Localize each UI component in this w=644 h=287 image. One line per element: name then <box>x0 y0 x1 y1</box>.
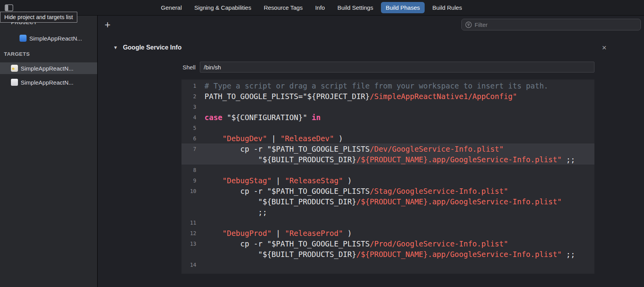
disclosure-triangle-icon[interactable]: ▼ <box>113 45 118 50</box>
line-number: 9 <box>181 177 200 184</box>
tab-build-settings[interactable]: Build Settings <box>333 2 378 13</box>
sidebar-item[interactable]: SimpleAppReactN... <box>0 62 97 74</box>
phase-header: ▼ Google Service Info × <box>113 44 607 51</box>
code-line[interactable]: 13 cp -r "$PATH_TO_GOOGLE_PLISTS/Prod/Go… <box>181 238 594 249</box>
line-number: 2 <box>181 93 200 99</box>
target-list: SimpleAppReactN...SimpleAppReactN... <box>0 62 97 88</box>
build-phases-toolbar: + <box>98 16 644 34</box>
code-text: case "${CONFIGURATION}" in <box>200 113 320 122</box>
code-line[interactable]: 14 <box>181 259 594 270</box>
code-text: ;; <box>200 208 267 216</box>
tab-signing-capabilities[interactable]: Signing & Capabilities <box>190 2 256 13</box>
projects-targets-sidebar: PROJECT SimpleAppReactN... TARGETS Simpl… <box>0 16 98 287</box>
code-line[interactable]: 6 "DebugDev" | "ReleaseDev" ) <box>181 133 594 144</box>
add-build-phase-button[interactable]: + <box>105 19 110 30</box>
line-number: 10 <box>181 188 200 194</box>
code-text: "${BUILT_PRODUCTS_DIR}/${PRODUCT_NAME}.a… <box>200 155 575 164</box>
code-line[interactable]: ;; <box>181 207 594 217</box>
code-text: # Type a script or drag a script file fr… <box>200 81 548 90</box>
sidebar-item[interactable]: SimpleAppReactN... <box>0 76 97 88</box>
tab-resource-tags[interactable]: Resource Tags <box>259 2 308 13</box>
code-line[interactable]: 2PATH_TO_GOOGLE_PLISTS="${PROJECT_DIR}/S… <box>181 91 594 101</box>
bundle-target-icon <box>11 79 18 86</box>
sidebar-item-label: SimpleAppReactN... <box>29 35 82 42</box>
code-text: "${BUILT_PRODUCTS_DIR}/${PRODUCT_NAME}.a… <box>200 250 575 259</box>
code-line[interactable]: 4case "${CONFIGURATION}" in <box>181 112 594 122</box>
build-phases-editor: + ▼ Google Service Info × <box>98 16 644 287</box>
code-text: cp -r "$PATH_TO_GOOGLE_PLISTS/Stag/Googl… <box>200 187 508 195</box>
xcode-project-icon <box>20 35 27 42</box>
code-line[interactable]: 5 <box>181 122 594 133</box>
code-text: cp -r "$PATH_TO_GOOGLE_PLISTS/Prod/Googl… <box>200 239 508 248</box>
shell-label: Shell <box>98 64 196 71</box>
tab-general[interactable]: General <box>156 2 186 13</box>
line-number: 4 <box>181 114 200 120</box>
tab-build-rules[interactable]: Build Rules <box>428 2 467 13</box>
line-number: 13 <box>181 241 200 247</box>
tab-bar: GeneralSigning & CapabilitiesResource Ta… <box>156 2 466 13</box>
code-line[interactable]: "${BUILT_PRODUCTS_DIR}/${PRODUCT_NAME}.a… <box>181 249 594 259</box>
code-text: "DebugDev" | "ReleaseDev" ) <box>200 134 343 143</box>
code-line[interactable]: 7 cp -r "$PATH_TO_GOOGLE_PLISTS/Dev/Goog… <box>181 144 594 154</box>
targets-section-header: TARGETS <box>0 50 97 58</box>
filter-input[interactable] <box>475 21 637 28</box>
tab-info[interactable]: Info <box>310 2 329 13</box>
line-number: 6 <box>181 135 200 142</box>
app-target-icon <box>11 65 18 72</box>
line-number: 12 <box>181 230 200 236</box>
line-number: 11 <box>181 220 200 226</box>
sidebar-item-label: SimpleAppReactN... <box>21 79 73 86</box>
toggle-navigator-button[interactable] <box>4 4 14 12</box>
code-line[interactable]: 11 <box>181 217 594 228</box>
line-number: 8 <box>181 167 200 173</box>
code-line[interactable]: 3 <box>181 101 594 112</box>
code-text: "DebugProd" | "ReleaseProd" ) <box>200 229 352 237</box>
code-line[interactable]: 12 "DebugProd" | "ReleaseProd" ) <box>181 228 594 238</box>
line-number: 5 <box>181 125 200 131</box>
sidebar-toggle-icon <box>5 4 13 11</box>
sidebar-item[interactable]: SimpleAppReactN... <box>0 32 97 44</box>
code-line[interactable]: 10 cp -r "$PATH_TO_GOOGLE_PLISTS/Stag/Go… <box>181 186 594 196</box>
script-editor[interactable]: 1# Type a script or drag a script file f… <box>181 80 594 274</box>
code-line[interactable]: 1# Type a script or drag a script file f… <box>181 80 594 91</box>
filter-icon <box>465 21 472 28</box>
code-line[interactable]: "${BUILT_PRODUCTS_DIR}/${PRODUCT_NAME}.a… <box>181 154 594 165</box>
shell-input[interactable] <box>200 62 594 73</box>
code-text: PATH_TO_GOOGLE_PLISTS="${PROJECT_DIR}/Si… <box>200 92 517 101</box>
sidebar-item-label: SimpleAppReactN... <box>21 65 73 72</box>
shell-row: Shell <box>98 62 594 73</box>
tab-build-phases[interactable]: Build Phases <box>381 2 425 13</box>
line-number: 1 <box>181 83 200 89</box>
code-line[interactable]: "${BUILT_PRODUCTS_DIR}/${PRODUCT_NAME}.a… <box>181 196 594 207</box>
tooltip: Hide project and targets list <box>0 12 77 23</box>
run-script-phase: ▼ Google Service Info × Shell 1# Type a … <box>98 34 644 274</box>
code-text: cp -r "$PATH_TO_GOOGLE_PLISTS/Dev/Google… <box>200 145 503 153</box>
line-number: 7 <box>181 146 200 152</box>
code-text: "${BUILT_PRODUCTS_DIR}/${PRODUCT_NAME}.a… <box>200 197 562 206</box>
line-number: 3 <box>181 104 200 110</box>
phase-title: Google Service Info <box>123 44 181 51</box>
filter-field[interactable] <box>461 19 641 30</box>
close-phase-button[interactable]: × <box>602 44 607 51</box>
line-number: 14 <box>181 262 200 268</box>
xcode-window: GeneralSigning & CapabilitiesResource Ta… <box>0 0 644 287</box>
code-line[interactable]: 8 <box>181 165 594 175</box>
code-line[interactable]: 9 "DebugStag" | "ReleaseStag" ) <box>181 175 594 186</box>
code-text: "DebugStag" | "ReleaseStag" ) <box>200 176 352 185</box>
project-editor-tab-bar: GeneralSigning & CapabilitiesResource Ta… <box>0 0 644 16</box>
project-list: SimpleAppReactN... <box>0 32 97 44</box>
